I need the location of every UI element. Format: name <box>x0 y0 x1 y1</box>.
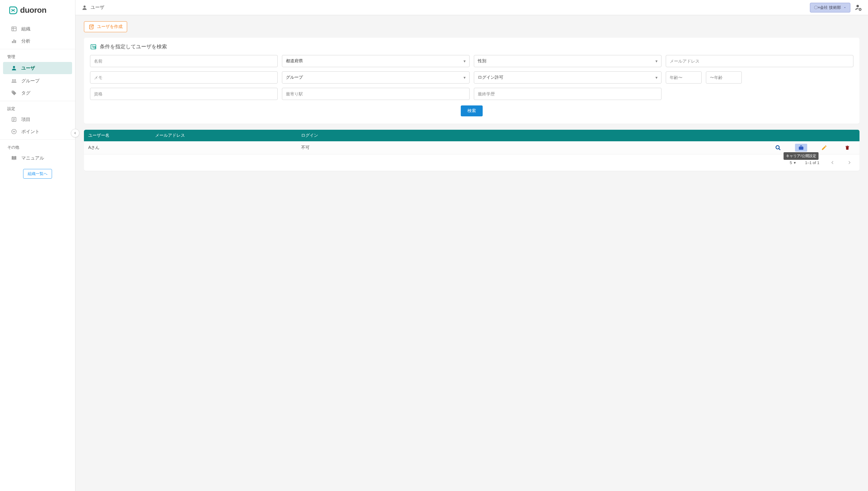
select-label: 都道府県 <box>286 58 303 64</box>
list-icon <box>11 116 17 122</box>
search-list-icon <box>90 44 97 50</box>
chevron-down-icon: ▾ <box>655 59 657 63</box>
gender-select[interactable]: 性別▾ <box>474 55 661 67</box>
logo-text: duoron <box>20 5 47 15</box>
svg-rect-22 <box>89 25 93 29</box>
trash-icon <box>845 145 850 150</box>
prev-page-button[interactable] <box>829 158 836 167</box>
age-to-input[interactable] <box>706 71 742 84</box>
select-label: グループ <box>286 75 303 80</box>
row-view-button[interactable] <box>772 144 784 152</box>
user-icon <box>82 5 88 11</box>
sidebar-item-groups[interactable]: グループ <box>0 75 75 87</box>
tooltip: キャリア/公開設定 <box>783 152 818 160</box>
email-input[interactable] <box>666 55 853 67</box>
next-page-button[interactable] <box>845 158 853 167</box>
briefcase-icon <box>798 145 804 151</box>
svg-rect-5 <box>15 40 16 43</box>
sidebar-item-analytics[interactable]: 分析 <box>0 35 75 47</box>
sidebar-item-label: 組織 <box>21 26 30 32</box>
row-delete-button[interactable] <box>841 144 853 152</box>
sidebar-item-label: ポイント <box>21 129 39 135</box>
sidebar-section-header: 設定 <box>0 103 75 113</box>
cell-name: Aさん <box>88 145 155 150</box>
sidebar-item-points[interactable]: ポイント <box>0 125 75 138</box>
svg-point-6 <box>13 66 15 68</box>
svg-point-18 <box>84 5 86 8</box>
chevron-down-icon: ▾ <box>463 59 466 63</box>
group-icon <box>11 78 17 84</box>
education-input[interactable] <box>474 88 661 100</box>
chevron-down-icon: ▾ <box>794 161 796 165</box>
prefecture-select[interactable]: 都道府県▾ <box>282 55 469 67</box>
org-selector-label: 〇×会社 技術部 <box>814 5 841 10</box>
plus-circle-icon <box>11 128 17 135</box>
memo-input[interactable] <box>90 71 278 84</box>
create-button-label: ユーザを作成 <box>97 24 123 29</box>
search-icon <box>775 145 781 151</box>
sidebar-item-tags[interactable]: タグ <box>0 87 75 99</box>
table-header: ユーザー名 メールアドレス ログイン <box>84 130 860 141</box>
page-size-value: 5 <box>790 161 792 165</box>
page-title: ユーザ <box>91 5 104 10</box>
page-size-select[interactable]: 5 ▾ <box>790 161 796 165</box>
svg-point-32 <box>776 146 779 149</box>
sidebar-item-label: タグ <box>21 90 30 96</box>
logo[interactable]: duoron <box>0 0 75 20</box>
col-header-login: ログイン <box>301 133 350 138</box>
sidebar-collapse-button[interactable] <box>71 129 79 137</box>
page-range: 1–1 of 1 <box>805 161 819 165</box>
chevron-down-icon: ▾ <box>655 75 657 80</box>
table-row: Aさん 不可 キャリア/公開設定 <box>84 141 860 154</box>
create-icon <box>88 24 94 30</box>
org-icon <box>11 26 17 32</box>
nearest-station-input[interactable] <box>282 88 469 100</box>
org-selector[interactable]: 〇×会社 技術部 <box>810 3 850 12</box>
sidebar: duoron 組織 分析 管理 ユーザ <box>0 0 75 491</box>
topbar: ユーザ 〇×会社 技術部 <box>75 0 868 15</box>
svg-rect-3 <box>12 41 13 43</box>
search-button[interactable]: 検索 <box>461 106 483 116</box>
login-allow-select[interactable]: ログイン許可▾ <box>474 71 661 84</box>
org-list-button[interactable]: 組織一覧へ <box>23 169 52 179</box>
svg-point-30 <box>94 46 96 48</box>
pencil-icon <box>821 145 827 151</box>
svg-point-9 <box>12 91 13 92</box>
sidebar-item-organization[interactable]: 組織 <box>0 23 75 35</box>
sidebar-item-users[interactable]: ユーザ <box>3 62 72 74</box>
select-label: 性別 <box>478 58 486 64</box>
search-panel: 条件を指定してユーザを検索 都道府県▾ 性別▾ グループ▾ ログイン許可▾ <box>84 38 860 124</box>
main: ユーザ 〇×会社 技術部 ユーザを作成 <box>75 0 868 491</box>
admin-settings-icon[interactable] <box>855 4 862 11</box>
sidebar-item-label: マニュアル <box>21 155 44 161</box>
sidebar-item-manual[interactable]: マニュアル <box>0 152 75 164</box>
user-icon <box>11 65 17 71</box>
svg-point-20 <box>857 5 859 7</box>
chevron-down-icon: ▾ <box>463 75 466 80</box>
book-icon <box>11 155 17 161</box>
sidebar-item-label: 項目 <box>21 117 30 122</box>
tag-icon <box>11 90 17 96</box>
svg-rect-34 <box>799 147 804 150</box>
svg-rect-4 <box>13 39 14 43</box>
sidebar-item-label: グループ <box>21 78 39 84</box>
svg-point-8 <box>14 79 16 81</box>
user-table: ユーザー名 メールアドレス ログイン Aさん 不可 <box>84 130 860 171</box>
age-from-input[interactable] <box>666 71 702 84</box>
row-edit-button[interactable] <box>818 144 830 152</box>
sidebar-section-header: 管理 <box>0 51 75 61</box>
select-label: ログイン許可 <box>478 75 503 80</box>
svg-rect-0 <box>12 27 17 31</box>
logo-icon <box>8 6 18 15</box>
group-select[interactable]: グループ▾ <box>282 71 469 84</box>
svg-line-33 <box>779 149 780 150</box>
sidebar-item-label: 分析 <box>21 38 30 44</box>
qualification-input[interactable] <box>90 88 278 100</box>
create-user-button[interactable]: ユーザを作成 <box>84 21 127 32</box>
svg-marker-19 <box>844 7 846 8</box>
sidebar-item-fields[interactable]: 項目 <box>0 113 75 125</box>
name-input[interactable] <box>90 55 278 67</box>
table-footer: 5 ▾ 1–1 of 1 <box>84 154 860 171</box>
sidebar-section-header: その他 <box>0 142 75 152</box>
row-career-button[interactable]: キャリア/公開設定 <box>795 144 807 152</box>
